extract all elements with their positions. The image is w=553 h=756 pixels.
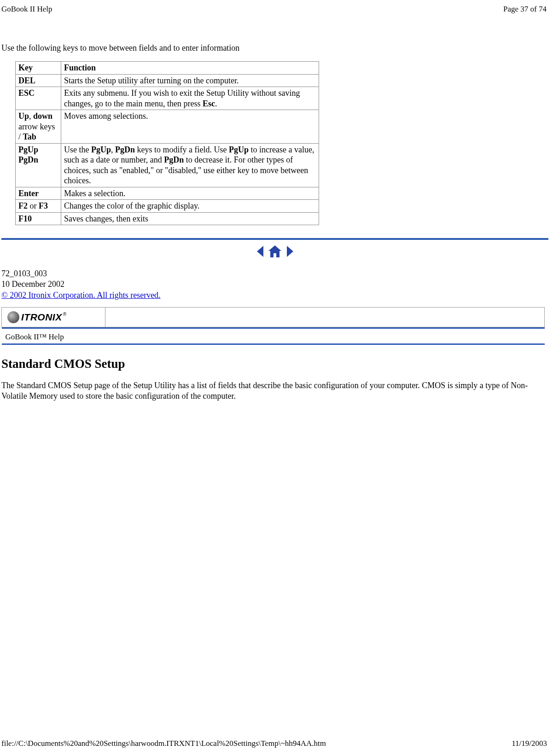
svg-marker-2 [287, 246, 293, 257]
function-cell: Saves changes, then exits [61, 212, 319, 225]
header-key: Key [18, 63, 33, 72]
function-cell: Makes a selection. [61, 187, 319, 200]
page-header: GoBook II Help Page 37 of 74 [1, 5, 548, 16]
svg-marker-0 [257, 246, 263, 257]
copyright-link[interactable]: © 2002 Itronix Corporation. All rights r… [1, 291, 161, 300]
key-cell: Up, down arrow keys / Tab [16, 110, 61, 144]
svg-marker-1 [268, 245, 281, 257]
doc-number: 72_0103_003 [1, 268, 548, 279]
table-row: DELStarts the Setup utility after turnin… [16, 74, 319, 87]
key-cell: ESC [16, 87, 61, 110]
help-subtitle: GoBook II™ Help [2, 329, 545, 343]
key-cell: F2 or F3 [16, 200, 61, 213]
function-cell: Moves among selections. [61, 110, 319, 144]
doc-title: GoBook II Help [1, 5, 52, 14]
intro-text: Use the following keys to move between f… [1, 43, 548, 53]
key-cell: PgUp PgDn [16, 143, 61, 187]
key-cell: F10 [16, 212, 61, 225]
registered-mark: ® [63, 312, 67, 317]
table-row: F10Saves changes, then exits [16, 212, 319, 225]
table-row: Up, down arrow keys / TabMoves among sel… [16, 110, 319, 144]
function-cell: Exits any submenu. If you wish to exit t… [61, 87, 319, 110]
home-icon[interactable] [267, 246, 285, 255]
divider-blue [1, 238, 548, 240]
function-cell: Changes the color of the graphic display… [61, 200, 319, 213]
doc-date: 10 December 2002 [1, 279, 548, 290]
back-arrow-icon[interactable] [255, 246, 268, 255]
brand-logo: ITRONIX® [7, 311, 99, 323]
table-row: ESCExits any submenu. If you wish to exi… [16, 87, 319, 110]
brand-name: ITRONIX® [21, 312, 67, 323]
key-cell: DEL [16, 74, 61, 87]
logo-section-table: ITRONIX® GoBook II™ Help [1, 307, 545, 345]
section-heading: Standard CMOS Setup [1, 357, 548, 371]
key-cell: Enter [16, 187, 61, 200]
nav-icons [1, 244, 548, 258]
logo-divider-bottom [2, 343, 545, 345]
page-number: Page 37 of 74 [503, 5, 547, 14]
table-row: PgUp PgDnUse the PgUp, PgDn keys to modi… [16, 143, 319, 187]
key-function-table: Key Function DELStarts the Setup utility… [15, 61, 319, 225]
header-function: Function [64, 63, 96, 72]
section-paragraph: The Standard CMOS Setup page of the Setu… [1, 380, 545, 401]
forward-arrow-icon[interactable] [285, 246, 295, 255]
table-row: EnterMakes a selection. [16, 187, 319, 200]
table-row: F2 or F3Changes the color of the graphic… [16, 200, 319, 213]
globe-icon [7, 311, 19, 323]
function-cell: Use the PgUp, PgDn keys to modify a fiel… [61, 143, 319, 187]
table-header-row: Key Function [16, 62, 319, 75]
doc-meta: 72_0103_003 10 December 2002 © 2002 Itro… [1, 268, 548, 301]
function-cell: Starts the Setup utility after turning o… [61, 74, 319, 87]
